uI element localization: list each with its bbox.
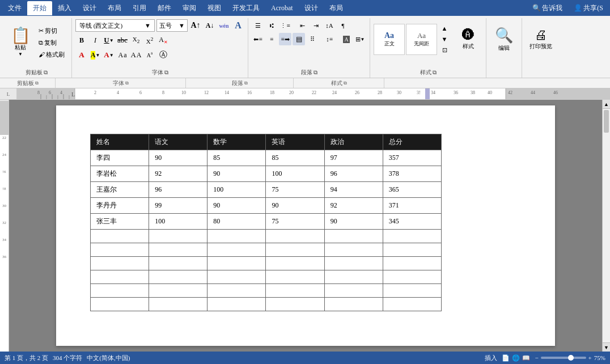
superscript-button[interactable]: X2 [143, 34, 156, 46]
paragraph-dialog-icon[interactable]: ⧉ [244, 81, 248, 86]
font-A-button[interactable]: A [232, 19, 244, 32]
table-cell: 378 [383, 166, 441, 182]
shading-button[interactable]: A [340, 33, 353, 45]
cut-button[interactable]: ✂ 剪切 [36, 25, 67, 36]
vertical-scrollbar[interactable]: ▲ ▼ [602, 100, 610, 352]
zoom-in-button[interactable]: + [588, 354, 592, 361]
font-size-dropdown[interactable]: 五号 ▼ [156, 19, 188, 32]
page-info: 第 1 页，共 2 页 [5, 354, 48, 362]
svg-text:3!: 3! [417, 90, 421, 95]
scroll-thumb[interactable] [604, 110, 609, 133]
italic-button[interactable]: I [89, 34, 101, 46]
font-size-increase-button[interactable]: A↑ [189, 19, 202, 32]
bold-button[interactable]: B [75, 34, 88, 46]
table-row: 王嘉尔961007594365 [91, 182, 442, 198]
font-color-button[interactable]: A ▼ [103, 49, 115, 61]
multi-level-list-button[interactable]: ⋮≡ [279, 19, 291, 32]
expand-A-button[interactable]: A a [116, 49, 129, 61]
copy-button[interactable]: ⧉ 复制 [36, 37, 67, 48]
web-view-icon[interactable]: 🌐 [512, 354, 520, 362]
font-dialog-icon[interactable]: ⧉ [125, 81, 129, 86]
scroll-down-button[interactable]: ▼ [603, 342, 610, 352]
shrink-A-button[interactable]: A A [130, 49, 142, 61]
chevron-down-icon-highlight: ▼ [95, 53, 100, 58]
text-effect-button[interactable]: A [75, 49, 88, 61]
menu-references[interactable]: 引用 [127, 1, 152, 15]
decrease-indent-button[interactable]: ⇤ [296, 19, 308, 32]
style-scroll-down[interactable]: ▼ [438, 33, 451, 44]
scroll-up-button[interactable]: ▲ [603, 100, 610, 109]
borders-button[interactable]: ⊞ ▼ [354, 33, 366, 45]
svg-text:44: 44 [531, 90, 535, 95]
style-normal[interactable]: Aa 正文 [374, 24, 405, 55]
styles-expand-icon[interactable]: ⧉ [433, 69, 437, 76]
underline-button[interactable]: U ▼ [103, 34, 115, 46]
font-expand-icon[interactable]: ⧉ [164, 69, 168, 76]
menu-developer[interactable]: 开发工具 [227, 1, 265, 15]
bullet-list-button[interactable]: ☰ [252, 19, 264, 32]
number-list-button[interactable]: ⑆ [265, 19, 278, 32]
menu-mail[interactable]: 邮件 [152, 1, 177, 15]
tell-me-button[interactable]: 🔍 告诉我 [528, 2, 567, 15]
table-cell [324, 284, 383, 298]
menu-layout[interactable]: 布局 [102, 1, 127, 15]
para-expand-icon[interactable]: ⧉ [314, 69, 317, 76]
table-cell [383, 257, 441, 270]
menu-design2[interactable]: 设计 [299, 1, 324, 15]
menu-bar: 文件 开始 插入 设计 布局 引用 邮件 审阅 视图 开发工具 Acrobat … [0, 0, 610, 16]
font-size-decrease-button[interactable]: A↓ [204, 19, 216, 32]
distributed-button[interactable]: ⠿ [306, 33, 319, 45]
menu-acrobat[interactable]: Acrobat [265, 2, 299, 15]
styles-big-button[interactable]: 🅐 样式 [454, 19, 482, 59]
document-page[interactable]: 姓名语文数学英语政治总分 李四90858597357李岩松92901009637… [56, 105, 555, 346]
clipboard-dialog-icon[interactable]: ⧉ [35, 81, 39, 86]
menu-design[interactable]: 设计 [77, 1, 102, 15]
subscript-button[interactable]: X2 [130, 34, 142, 46]
style-expand[interactable]: ⊡ [438, 45, 451, 56]
format-painter-button[interactable]: 🖌 格式刷 [36, 49, 67, 60]
pinyin-button[interactable]: A ā [143, 49, 156, 61]
align-right-button[interactable]: ≡➡ [279, 33, 291, 45]
align-center-button[interactable]: ≡ [265, 33, 278, 45]
show-marks-button[interactable]: ¶ [337, 19, 349, 32]
menu-insert[interactable]: 插入 [52, 1, 77, 15]
strikethrough-button[interactable]: abc [116, 34, 129, 46]
clipboard-expand-icon[interactable]: ⧉ [44, 69, 48, 76]
clear-format-button[interactable]: A✕ [157, 34, 170, 46]
table-cell [91, 298, 149, 311]
style-no-spacing[interactable]: Aa 无间距 [406, 24, 437, 55]
wen-icon-button[interactable]: wén [218, 19, 230, 32]
zoom-slider[interactable] [541, 357, 586, 359]
share-button[interactable]: 👤 共享(S [569, 2, 608, 15]
menu-start[interactable]: 开始 [27, 1, 52, 15]
sort-button[interactable]: ↕A [323, 19, 336, 32]
circle-A-button[interactable]: Ⓐ [157, 49, 170, 61]
line-spacing-button[interactable]: ↕≡ [323, 33, 336, 45]
menu-view[interactable]: 视图 [202, 1, 227, 15]
input-mode: 插入 [485, 354, 497, 362]
table-cell [266, 230, 324, 243]
menu-layout2[interactable]: 布局 [324, 1, 349, 15]
align-left-button[interactable]: ⬅≡ [252, 33, 264, 45]
paste-button[interactable]: 📋 粘贴 ▼ [6, 23, 35, 61]
justify-button[interactable]: ▤ [293, 33, 305, 45]
style-scroll-up[interactable]: ▲ [438, 23, 451, 33]
zoom-out-button[interactable]: − [535, 354, 538, 361]
person-icon: 👤 [574, 4, 582, 12]
font-family-dropdown[interactable]: 等线 (西文正文) ▼ [75, 19, 155, 32]
table-cell: 92 [324, 198, 383, 214]
print-preview-button[interactable]: 🖨 打印预览 [527, 19, 555, 59]
menu-file[interactable]: 文件 [2, 1, 27, 15]
edit-button[interactable]: 🔍 编辑 [490, 19, 518, 59]
zoom-thumb[interactable] [568, 355, 574, 361]
read-view-icon[interactable]: 📖 [522, 354, 530, 362]
styles-dialog-icon[interactable]: ⧉ [344, 81, 347, 86]
increase-indent-button[interactable]: ⇥ [310, 19, 322, 32]
text-highlight-button[interactable]: A ▼ [89, 49, 101, 61]
menu-review[interactable]: 审阅 [177, 1, 202, 15]
ruler-corner[interactable]: L [0, 88, 17, 100]
print-view-icon[interactable]: 📄 [502, 354, 510, 362]
horizontal-ruler: L 8 6 4 2 4 6 8 10 12 14 16 18 20 22 24 … [17, 88, 610, 99]
table-header-cell: 语文 [149, 134, 207, 150]
table-row [91, 284, 442, 298]
